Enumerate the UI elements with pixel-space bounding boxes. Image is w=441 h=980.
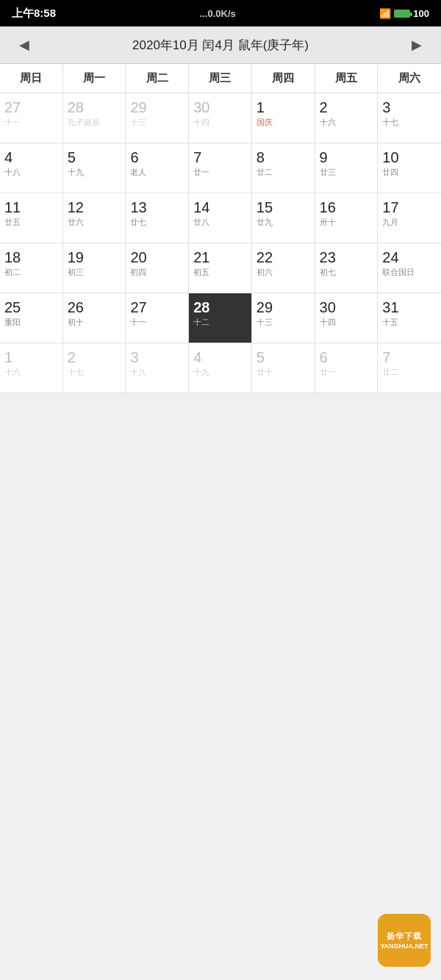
day-sub: 十三 — [257, 318, 273, 327]
day-cell[interactable]: 31十五 — [378, 293, 441, 343]
day-sub: 老人 — [130, 168, 146, 177]
day-cell[interactable]: 30十四 — [315, 293, 379, 343]
day-cell[interactable]: 2十六 — [315, 93, 379, 143]
day-cell[interactable]: 25重阳 — [0, 293, 63, 343]
day-sub: 重阳 — [4, 318, 21, 327]
day-cell[interactable]: 5十九 — [63, 143, 126, 193]
day-cell[interactable]: 8廿二 — [252, 143, 315, 193]
day-number: 20 — [130, 248, 146, 266]
signal-icon: 📶 — [379, 8, 391, 19]
day-cell[interactable]: 2十七 — [63, 343, 126, 393]
status-network: ...0.0K/s — [200, 8, 236, 19]
day-cell[interactable]: 20初四 — [126, 243, 189, 293]
day-cell[interactable]: 29十三 — [126, 93, 189, 143]
day-sub: 十三 — [130, 118, 146, 127]
day-cell[interactable]: 28十二 — [189, 293, 252, 343]
day-number: 27 — [4, 99, 21, 116]
day-number: 18 — [4, 248, 21, 266]
day-cell[interactable]: 11廿五 — [0, 193, 63, 243]
day-sub: 廿十 — [257, 368, 273, 377]
battery-label: 100 — [413, 8, 429, 19]
prev-month-button[interactable]: ◀ — [13, 34, 35, 56]
day-cell[interactable]: 24联合国日 — [378, 243, 441, 293]
day-sub: 初三 — [68, 268, 84, 277]
day-cell[interactable]: 16卅十 — [315, 193, 379, 243]
day-cell[interactable]: 5廿十 — [252, 343, 315, 393]
day-sub: 国庆 — [257, 118, 273, 127]
day-cell[interactable]: 17九月 — [378, 193, 441, 243]
day-sub: 廿六 — [68, 218, 84, 227]
day-cell[interactable]: 21初五 — [189, 243, 252, 293]
day-number: 11 — [4, 198, 21, 216]
day-number: 7 — [193, 149, 201, 166]
day-number: 5 — [68, 149, 76, 166]
calendar-grid: 27十一28孔子诞辰29十三30十四1国庆2十六3十七4十八5十九6老人7廿一8… — [0, 93, 441, 393]
day-cell[interactable]: 6廿一 — [315, 343, 379, 393]
day-cell[interactable]: 27十一 — [0, 93, 63, 143]
day-cell[interactable]: 12廿六 — [63, 193, 126, 243]
day-number: 30 — [193, 99, 209, 116]
day-number: 26 — [68, 298, 84, 316]
day-sub: 廿三 — [320, 168, 336, 177]
day-number: 29 — [130, 99, 146, 116]
day-number: 27 — [130, 298, 146, 316]
day-number: 4 — [193, 348, 201, 366]
day-sub: 十二 — [193, 318, 209, 327]
day-sub: 十四 — [320, 318, 336, 327]
day-cell[interactable]: 14廿八 — [189, 193, 252, 243]
day-number: 3 — [382, 99, 390, 116]
day-cell[interactable]: 7廿一 — [189, 143, 252, 193]
day-cell[interactable]: 23初七 — [315, 243, 379, 293]
day-sub: 廿五 — [4, 218, 21, 227]
day-sub: 廿七 — [130, 218, 146, 227]
status-right: 📶 100 — [379, 8, 429, 19]
weekday-cell: 周日 — [0, 64, 63, 93]
day-cell[interactable]: 27十一 — [126, 293, 189, 343]
day-sub: 廿二 — [257, 168, 273, 177]
day-cell[interactable]: 3十七 — [378, 93, 441, 143]
day-number: 28 — [193, 298, 209, 316]
day-cell[interactable]: 22初六 — [252, 243, 315, 293]
day-number: 28 — [68, 99, 84, 116]
day-cell[interactable]: 7廿二 — [378, 343, 441, 393]
day-cell[interactable]: 9廿三 — [315, 143, 379, 193]
day-cell[interactable]: 15廿九 — [252, 193, 315, 243]
weekday-cell: 周五 — [315, 64, 379, 93]
day-sub: 十一 — [4, 118, 21, 127]
watermark-line1: 扬华下载 — [387, 931, 422, 942]
weekday-cell: 周三 — [189, 64, 252, 93]
day-number: 4 — [4, 149, 12, 166]
day-number: 31 — [382, 298, 398, 316]
day-number: 3 — [130, 348, 138, 366]
weekday-cell: 周六 — [378, 64, 441, 93]
day-cell[interactable]: 30十四 — [189, 93, 252, 143]
day-cell[interactable]: 3十八 — [126, 343, 189, 393]
day-sub: 廿四 — [382, 168, 398, 177]
day-sub: 十七 — [68, 368, 84, 377]
day-sub: 十五 — [382, 318, 398, 327]
day-cell[interactable]: 26初十 — [63, 293, 126, 343]
day-number: 5 — [257, 348, 265, 366]
day-number: 24 — [382, 248, 398, 266]
day-number: 30 — [320, 298, 336, 316]
day-number: 23 — [320, 248, 336, 266]
day-cell[interactable]: 10廿四 — [378, 143, 441, 193]
day-cell[interactable]: 4十八 — [0, 143, 63, 193]
day-number: 9 — [320, 149, 328, 166]
day-cell[interactable]: 4十九 — [189, 343, 252, 393]
day-cell[interactable]: 6老人 — [126, 143, 189, 193]
day-cell[interactable]: 1国庆 — [252, 93, 315, 143]
day-number: 13 — [130, 198, 146, 216]
day-cell[interactable]: 28孔子诞辰 — [63, 93, 126, 143]
next-month-button[interactable]: ▶ — [406, 34, 428, 56]
day-cell[interactable]: 13廿七 — [126, 193, 189, 243]
day-number: 10 — [382, 149, 398, 166]
day-cell[interactable]: 19初三 — [63, 243, 126, 293]
day-cell[interactable]: 29十三 — [252, 293, 315, 343]
day-sub: 廿八 — [193, 218, 209, 227]
calendar-title: 2020年10月 闰4月 鼠年(庚子年) — [132, 37, 309, 54]
day-cell[interactable]: 18初二 — [0, 243, 63, 293]
day-sub: 十四 — [193, 118, 209, 127]
day-sub: 十八 — [4, 168, 21, 177]
day-cell[interactable]: 1十六 — [0, 343, 63, 393]
